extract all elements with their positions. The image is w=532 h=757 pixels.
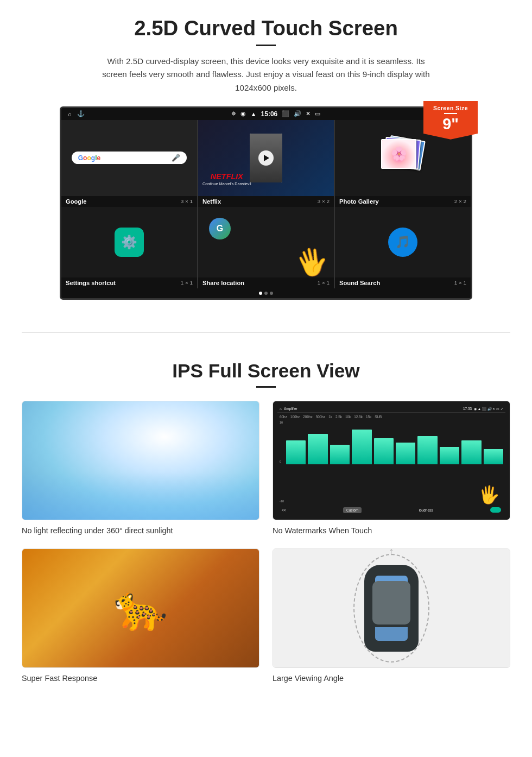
device-screen: ⌂ ⚓ ✵ ◉ ▲ 15:06 ⬛ 🔊 ✕ ▭ xyxy=(60,106,472,300)
caption-eq: No Watermarks When Touch xyxy=(273,526,372,535)
status-bar-center: ✵ ◉ ▲ 15:06 ⬛ 🔊 ✕ ▭ xyxy=(88,110,464,118)
app-cell-google[interactable]: Google 🎤 xyxy=(61,120,197,196)
google-logo: Google xyxy=(78,154,100,162)
app-grid-row2: ⚙️ G 🖐 🎵 xyxy=(61,207,471,277)
netflix-size: 3 × 2 xyxy=(318,198,330,204)
netflix-subtitle: Continue Marvel's Daredevil xyxy=(202,181,251,186)
eq-loudness-label: loudness xyxy=(419,508,433,512)
app-labels-row2: Settings shortcut 1 × 1 Share location 1… xyxy=(61,277,471,288)
netflix-brand: NETFLIX xyxy=(211,172,243,181)
caption-cheetah: Super Fast Response xyxy=(22,674,97,683)
nav-dots xyxy=(61,288,471,298)
app-labels-row1: Google 3 × 1 Netflix 3 × 2 Photo Gallery… xyxy=(61,196,471,207)
eq-band-10: SUB xyxy=(375,415,382,419)
eq-prev-icon: << xyxy=(282,508,286,512)
eq-bar-6 xyxy=(396,443,415,464)
eq-loudness-toggle[interactable] xyxy=(490,507,501,513)
app-cell-netflix[interactable]: NETFLIX Continue Marvel's Daredevil xyxy=(198,120,334,196)
eq-bar-2 xyxy=(308,434,327,464)
home-icon: ⌂ xyxy=(68,111,72,117)
device-mockup: Screen Size 9" ⌂ ⚓ ✵ ◉ ▲ 15:06 ⬛ 🔊 ✕ xyxy=(60,106,472,300)
sky-image xyxy=(22,401,259,520)
eq-bar-3 xyxy=(330,445,350,464)
eq-bar-1 xyxy=(286,440,306,464)
gallery-size: 2 × 2 xyxy=(454,198,466,204)
badge-divider xyxy=(444,113,457,114)
car-top-view: ↑ xyxy=(364,565,419,652)
eq-y-0: 0 xyxy=(280,460,284,463)
cheetah-image: 🐆 xyxy=(22,549,259,667)
eq-band-3: 200hz xyxy=(303,415,312,419)
eq-band-labels-top: 60hz 100hz 200hz 500hz 1k 2.5k 10k 12.5k… xyxy=(277,415,505,419)
app-cell-share[interactable]: G 🖐 xyxy=(198,207,334,277)
caption-car: Large Viewing Angle xyxy=(273,674,344,683)
app-grid-row1: Google 🎤 NETFL xyxy=(61,120,471,196)
screen-size-badge: Screen Size 9" xyxy=(423,101,478,140)
volume-icon: 🔊 xyxy=(294,110,301,117)
badge-size: 9" xyxy=(442,115,459,133)
section2-title: IPS Full Screen View xyxy=(22,360,510,382)
eq-band-5: 1k xyxy=(328,415,332,419)
battery-icon: ▭ xyxy=(315,110,320,117)
netflix-logo: NETFLIX Continue Marvel's Daredevil xyxy=(202,172,251,186)
feature-sunlight: No light reflecting under 360° direct su… xyxy=(22,401,259,535)
label-settings: Settings shortcut 1 × 1 xyxy=(61,277,197,288)
signal-icon: ✕ xyxy=(306,110,311,117)
eq-bar-8 xyxy=(440,447,459,464)
feature-img-eq: ⌂ Amplifier 17:33 ◉ ▲ ⬛ 🔊 ✕ ▭ ⤦ 60hz 100… xyxy=(273,401,510,520)
eq-band-4: 500hz xyxy=(316,415,325,419)
sound-label: Sound Search xyxy=(339,280,380,286)
eq-image: ⌂ Amplifier 17:33 ◉ ▲ ⬛ 🔊 ✕ ▭ ⤦ 60hz 100… xyxy=(273,401,510,520)
play-triangle-icon xyxy=(264,155,269,161)
label-netflix: Netflix 3 × 2 xyxy=(198,196,334,207)
feature-cheetah: 🐆 Super Fast Response xyxy=(22,548,259,683)
caption-sunlight: No light reflecting under 360° direct su… xyxy=(22,526,173,535)
usb-icon: ⚓ xyxy=(77,110,85,117)
eq-custom-button[interactable]: Custom xyxy=(343,507,362,513)
eq-title: Amplifier xyxy=(284,407,297,411)
app-cell-settings[interactable]: ⚙️ xyxy=(61,207,197,277)
eq-status: ⌂ Amplifier 17:33 ◉ ▲ ⬛ 🔊 ✕ ▭ ⤦ xyxy=(277,406,505,413)
gallery-label: Photo Gallery xyxy=(339,198,379,205)
feature-img-sunlight xyxy=(22,401,259,520)
google-maps-icon: G xyxy=(209,218,231,239)
section-ips-screen: IPS Full Screen View No light reflecting… xyxy=(0,355,532,699)
nav-dot-3 xyxy=(270,292,273,295)
eq-home-icon: ⌂ xyxy=(280,407,282,411)
google-search-bar[interactable]: Google 🎤 xyxy=(72,152,187,164)
nav-dot-2 xyxy=(264,292,268,295)
car-roof xyxy=(372,581,410,624)
feature-car: ↑ Large Viewing Angle xyxy=(273,548,510,683)
label-gallery: Photo Gallery 2 × 2 xyxy=(335,196,471,207)
eq-y-axis: 10 0 -10 xyxy=(280,421,285,503)
eq-band-9: 15k xyxy=(366,415,371,419)
car-direction-arrow: ↑ xyxy=(389,548,394,558)
app-cell-sound[interactable]: 🎵 xyxy=(335,207,471,277)
section-divider-hr xyxy=(22,332,510,333)
eq-bar-4 xyxy=(352,430,371,464)
eq-icons: ◉ ▲ ⬛ 🔊 ✕ ▭ ⤦ xyxy=(474,407,503,411)
wifi-icon: ▲ xyxy=(250,111,256,117)
status-bar-left: ⌂ ⚓ xyxy=(68,110,85,117)
feature-img-car: ↑ xyxy=(273,548,510,668)
eq-band-6: 2.5k xyxy=(335,415,342,419)
settings-label: Settings shortcut xyxy=(66,280,116,286)
eq-hand-icon: 🖐 xyxy=(478,484,500,505)
eq-bars xyxy=(286,421,503,464)
eq-time: 17:33 xyxy=(463,407,472,411)
section1-divider xyxy=(256,45,276,46)
eq-bar-10 xyxy=(484,449,503,464)
play-button[interactable] xyxy=(258,150,274,166)
status-bar: ⌂ ⚓ ✵ ◉ ▲ 15:06 ⬛ 🔊 ✕ ▭ xyxy=(61,108,471,120)
eq-y-10: 10 xyxy=(280,421,284,424)
mic-icon: 🎤 xyxy=(172,154,180,162)
section1-description: With 2.5D curved-display screen, this de… xyxy=(98,55,434,94)
eq-band-1: 60hz xyxy=(280,415,287,419)
car-rear-window xyxy=(375,627,408,641)
share-size: 1 × 1 xyxy=(318,280,330,286)
photo-stack: 🌸 xyxy=(381,139,425,177)
eq-band-2: 100hz xyxy=(290,415,300,419)
car-image: ↑ xyxy=(273,549,510,667)
eq-band-7: 10k xyxy=(345,415,351,419)
eq-bar-9 xyxy=(461,440,481,464)
